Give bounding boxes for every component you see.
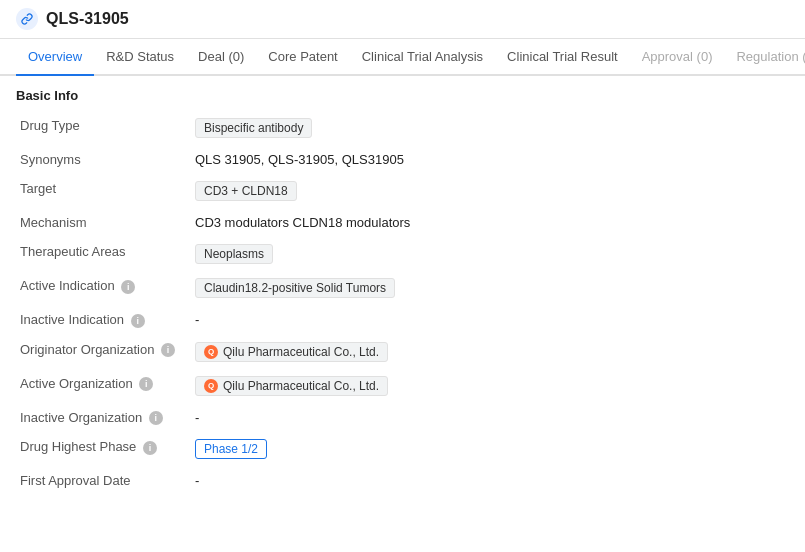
field-label: Target [16, 174, 191, 208]
field-value: CD3 + CLDN18 [191, 174, 789, 208]
therapeutic-tag: Neoplasms [195, 244, 273, 264]
active-org-badge: Q Qilu Pharmaceutical Co., Ltd. [195, 376, 388, 396]
basic-info-table: Drug Type Bispecific antibody Synonyms Q… [16, 111, 789, 495]
table-row: Therapeutic Areas Neoplasms [16, 237, 789, 271]
field-value: Q Qilu Pharmaceutical Co., Ltd. [191, 335, 789, 369]
drug-type-tag: Bispecific antibody [195, 118, 312, 138]
inactive-org-info-icon[interactable]: i [149, 411, 163, 425]
field-label: Mechanism [16, 208, 191, 237]
highest-phase-tag: Phase 1/2 [195, 439, 267, 459]
tab-bar: Overview R&D Status Deal (0) Core Patent… [0, 39, 805, 76]
field-label: Inactive Indication i [16, 305, 191, 335]
target-tag: CD3 + CLDN18 [195, 181, 297, 201]
field-value: Phase 1/2 [191, 432, 789, 466]
field-value: Bispecific antibody [191, 111, 789, 145]
tab-regulation: Regulation (0) [724, 39, 805, 76]
table-row: Active Indication i Claudin18.2-positive… [16, 271, 789, 305]
table-row: Target CD3 + CLDN18 [16, 174, 789, 208]
header: QLS-31905 [0, 0, 805, 39]
page-title: QLS-31905 [46, 10, 129, 28]
section-title: Basic Info [16, 88, 789, 103]
table-row: Originator Organization i Q Qilu Pharmac… [16, 335, 789, 369]
content-area: Basic Info Drug Type Bispecific antibody… [0, 76, 805, 507]
table-row: Mechanism CD3 modulators CLDN18 modulato… [16, 208, 789, 237]
inactive-indication-info-icon[interactable]: i [131, 314, 145, 328]
field-value: - [191, 305, 789, 335]
table-row: Inactive Organization i - [16, 403, 789, 433]
originator-org-info-icon[interactable]: i [161, 343, 175, 357]
highest-phase-info-icon[interactable]: i [143, 441, 157, 455]
field-label: Active Indication i [16, 271, 191, 305]
table-row: Drug Highest Phase i Phase 1/2 [16, 432, 789, 466]
table-row: Drug Type Bispecific antibody [16, 111, 789, 145]
field-label: Originator Organization i [16, 335, 191, 369]
tab-deal[interactable]: Deal (0) [186, 39, 256, 76]
originator-org-badge: Q Qilu Pharmaceutical Co., Ltd. [195, 342, 388, 362]
table-row: First Approval Date - [16, 466, 789, 495]
field-label: Synonyms [16, 145, 191, 174]
tab-clinical-result[interactable]: Clinical Trial Result [495, 39, 630, 76]
table-row: Synonyms QLS 31905, QLS-31905, QLS31905 [16, 145, 789, 174]
tab-overview[interactable]: Overview [16, 39, 94, 76]
tab-clinical-analysis[interactable]: Clinical Trial Analysis [350, 39, 495, 76]
field-value: Q Qilu Pharmaceutical Co., Ltd. [191, 369, 789, 403]
field-value: - [191, 466, 789, 495]
tab-core-patent[interactable]: Core Patent [256, 39, 349, 76]
field-value: CD3 modulators CLDN18 modulators [191, 208, 789, 237]
tab-rd-status[interactable]: R&D Status [94, 39, 186, 76]
tab-approval: Approval (0) [630, 39, 725, 76]
active-org-info-icon[interactable]: i [139, 377, 153, 391]
org-icon: Q [204, 379, 218, 393]
table-row: Inactive Indication i - [16, 305, 789, 335]
field-label: Therapeutic Areas [16, 237, 191, 271]
link-icon [16, 8, 38, 30]
mechanism-text: CD3 modulators CLDN18 modulators [195, 215, 410, 230]
field-value: Claudin18.2-positive Solid Tumors [191, 271, 789, 305]
field-value: QLS 31905, QLS-31905, QLS31905 [191, 145, 789, 174]
field-label: Drug Type [16, 111, 191, 145]
field-value: Neoplasms [191, 237, 789, 271]
field-label: Active Organization i [16, 369, 191, 403]
field-label: First Approval Date [16, 466, 191, 495]
field-value: - [191, 403, 789, 433]
active-indication-tag: Claudin18.2-positive Solid Tumors [195, 278, 395, 298]
field-label: Inactive Organization i [16, 403, 191, 433]
table-row: Active Organization i Q Qilu Pharmaceuti… [16, 369, 789, 403]
field-label: Drug Highest Phase i [16, 432, 191, 466]
org-icon: Q [204, 345, 218, 359]
active-indication-info-icon[interactable]: i [121, 280, 135, 294]
